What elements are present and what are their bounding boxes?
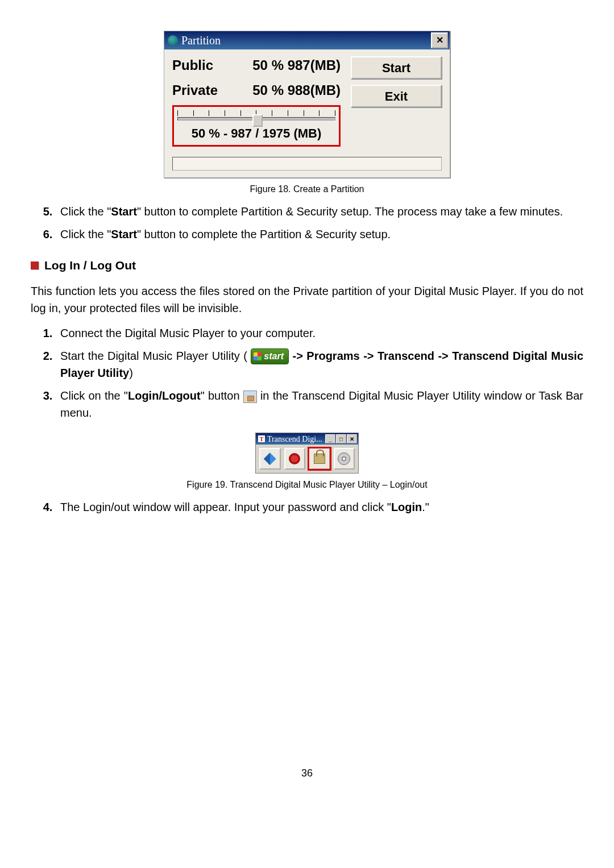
page-number: 36: [31, 766, 583, 781]
section-bullet-icon: [31, 261, 39, 269]
gear-icon: [289, 453, 300, 464]
start-button[interactable]: Start: [351, 56, 442, 79]
disc-button[interactable]: [334, 448, 355, 470]
sync-icon: [264, 452, 276, 465]
steps-list-a: Click the "Start" button to complete Par…: [31, 203, 583, 243]
private-value: 50 % 988(MB): [252, 80, 341, 101]
step-5: Click the "Start" button to complete Par…: [56, 203, 583, 220]
step-b4: The Login/out window will appear. Input …: [56, 499, 583, 516]
transcend-icon: T: [258, 435, 265, 442]
login-logout-button[interactable]: [309, 448, 330, 470]
partition-info: Public 50 % 987(MB) Private 50 % 988(MB): [172, 55, 341, 147]
intro-paragraph: This function lets you access the files …: [31, 283, 583, 317]
close-icon[interactable]: ✕: [347, 434, 357, 443]
figure19-caption: Figure 19. Transcend Digital Music Playe…: [31, 478, 583, 492]
app-icon: [168, 35, 178, 45]
public-label: Public: [172, 55, 213, 76]
partition-body: Public 50 % 987(MB) Private 50 % 988(MB): [164, 49, 450, 152]
steps-list-b: Connect the Digital Music Player to your…: [31, 325, 583, 422]
disc-icon: [338, 452, 350, 465]
slider-thumb[interactable]: [252, 114, 263, 127]
step-b2: Start the Digital Music Player Utility (…: [56, 347, 583, 382]
utility-window: T Transcend Digi... _ □ ✕: [255, 433, 359, 474]
settings-util-button[interactable]: [284, 448, 306, 470]
figure18-caption: Figure 18. Create a Partition: [31, 182, 583, 196]
private-label: Private: [172, 80, 218, 101]
steps-list-c: The Login/out window will appear. Input …: [31, 499, 583, 516]
lock-icon: [314, 454, 325, 464]
utility-toolbar: [256, 445, 358, 473]
close-icon[interactable]: ✕: [431, 32, 448, 48]
windows-flag-icon: [254, 352, 262, 360]
step-6: Click the "Start" button to complete the…: [56, 226, 583, 243]
step-b1: Connect the Digital Music Player to your…: [56, 325, 583, 342]
section-heading: Log In / Log Out: [31, 256, 583, 275]
step-b3: Click on the "Login/Logout" button in th…: [56, 387, 583, 421]
exit-button[interactable]: Exit: [351, 85, 442, 107]
public-value: 50 % 987(MB): [252, 55, 341, 76]
status-bar: [172, 157, 442, 171]
partition-titlebar: Partition ✕: [164, 31, 450, 49]
minimize-icon[interactable]: _: [325, 434, 335, 443]
utility-titlebar: T Transcend Digi... _ □ ✕: [256, 433, 358, 445]
partition-slider[interactable]: [177, 110, 335, 123]
window-title: Partition: [181, 32, 431, 49]
maximize-icon[interactable]: □: [336, 434, 346, 443]
sync-button[interactable]: [259, 448, 281, 470]
utility-title: Transcend Digi...: [267, 433, 325, 445]
login-logout-icon: [243, 391, 257, 403]
partition-dialog: Partition ✕ Public 50 % 987(MB) Private …: [164, 31, 450, 178]
public-row: Public 50 % 987(MB): [172, 55, 341, 76]
private-row: Private 50 % 988(MB): [172, 80, 341, 101]
windows-start-icon: start: [251, 348, 289, 364]
partition-slider-area: 50 % - 987 / 1975 (MB): [172, 105, 341, 147]
